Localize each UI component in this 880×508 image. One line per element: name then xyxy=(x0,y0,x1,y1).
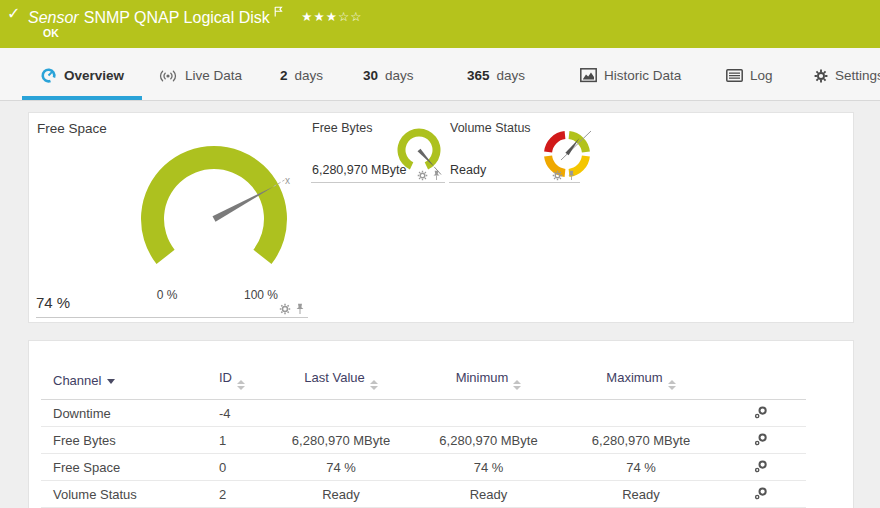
last-value xyxy=(271,400,411,427)
status-badge: OK xyxy=(43,27,59,39)
maximum-value xyxy=(566,400,716,427)
sort-icon xyxy=(513,380,521,390)
gauge-scale-max: 100 % xyxy=(237,288,285,302)
tab-label: days xyxy=(295,68,324,83)
log-icon xyxy=(726,69,743,82)
column-header-minimum[interactable]: Minimum xyxy=(411,365,566,400)
sort-icon xyxy=(237,380,245,390)
channel-id: 2 xyxy=(211,481,271,508)
channel-settings-button[interactable] xyxy=(754,405,768,419)
channel-id: 0 xyxy=(211,454,271,481)
tab-label: Live Data xyxy=(185,68,242,83)
gear-icon xyxy=(814,69,828,83)
channel-settings-button[interactable] xyxy=(754,459,768,473)
maximum-value: 6,280,970 MByte xyxy=(566,427,716,454)
broadcast-icon xyxy=(158,68,178,84)
free-space-title: Free Space xyxy=(37,121,107,136)
last-value: 6,280,970 MByte xyxy=(271,427,411,454)
tab-30-days[interactable]: 30days xyxy=(363,48,414,100)
flag-icon[interactable] xyxy=(274,6,283,17)
free-bytes-tools xyxy=(417,170,441,181)
tab-historic-data[interactable]: Historic Data xyxy=(580,48,681,100)
table-row[interactable]: Free Bytes 1 6,280,970 MByte 6,280,970 M… xyxy=(41,427,806,454)
gauge-settings-icon[interactable] xyxy=(417,170,428,181)
column-header-actions xyxy=(716,365,806,400)
column-header-channel[interactable]: Channel xyxy=(41,365,211,400)
pin-icon[interactable] xyxy=(295,303,305,315)
free-bytes-title: Free Bytes xyxy=(312,121,372,135)
tab-label: days xyxy=(385,68,414,83)
channel-name[interactable]: Free Space xyxy=(41,454,211,481)
tab-365-days[interactable]: 365days xyxy=(467,48,525,100)
minimum-value: 6,280,970 MByte xyxy=(411,427,566,454)
chart-icon xyxy=(580,68,597,83)
tab-overview[interactable]: Overview xyxy=(22,48,142,100)
tab-bar: Overview Live Data 2days 30days 365days … xyxy=(0,48,880,101)
tab-number: 365 xyxy=(467,68,490,83)
volume-status-tools xyxy=(552,170,576,181)
prtg-sensor-page: ✓ SensorSNMP QNAP Logical Disk ★★★☆☆ OK … xyxy=(0,0,880,508)
tab-log[interactable]: Log xyxy=(726,48,773,100)
ok-check-icon: ✓ xyxy=(7,4,20,23)
channel-settings-button[interactable] xyxy=(754,432,768,446)
stars-filled-icon: ★★★ xyxy=(301,10,338,24)
tab-number: 2 xyxy=(280,68,288,83)
tab-number: 30 xyxy=(363,68,378,83)
stars-empty-icon: ☆☆ xyxy=(338,10,362,24)
sort-icon xyxy=(370,380,378,390)
gauge-icon xyxy=(40,67,57,84)
channel-id: 1 xyxy=(211,427,271,454)
minimum-value: Ready xyxy=(411,481,566,508)
channels-table: Channel ID Last Value Minimum Maximum Do… xyxy=(41,365,806,508)
page-title: SNMP QNAP Logical Disk xyxy=(84,9,270,26)
pin-icon[interactable] xyxy=(432,170,441,181)
table-row[interactable]: Volume Status 2 Ready Ready Ready xyxy=(41,481,806,508)
tab-label: Settings xyxy=(835,68,880,83)
tab-label: Historic Data xyxy=(604,68,681,83)
gauge-scale-min: 0 % xyxy=(143,288,191,302)
table-row[interactable]: Free Space 0 74 % 74 % 74 % xyxy=(41,454,806,481)
tab-2-days[interactable]: 2days xyxy=(280,48,323,100)
minimum-value xyxy=(411,400,566,427)
tab-settings[interactable]: Settings xyxy=(814,48,880,100)
tab-label: Overview xyxy=(64,68,124,83)
tab-label: Log xyxy=(750,68,773,83)
channel-name[interactable]: Volume Status xyxy=(41,481,211,508)
free-space-tools xyxy=(279,303,305,315)
gauge-settings-icon[interactable] xyxy=(552,170,563,181)
column-header-maximum[interactable]: Maximum xyxy=(566,365,716,400)
panel-divider xyxy=(311,182,445,183)
free-space-gauge xyxy=(134,141,294,303)
sensor-header: ✓ SensorSNMP QNAP Logical Disk ★★★☆☆ OK xyxy=(0,0,880,48)
volume-status-title: Volume Status xyxy=(450,121,531,135)
channel-name[interactable]: Free Bytes xyxy=(41,427,211,454)
gauge-settings-icon[interactable] xyxy=(279,303,291,315)
column-header-last-value[interactable]: Last Value xyxy=(271,365,411,400)
column-header-id[interactable]: ID xyxy=(211,365,271,400)
tab-live-data[interactable]: Live Data xyxy=(158,48,242,100)
table-row[interactable]: Downtime -4 xyxy=(41,400,806,427)
gauges-card: Free Space x 0 % 100 % 74 % Free Bytes 6… xyxy=(28,112,854,323)
channels-card: Channel ID Last Value Minimum Maximum Do… xyxy=(28,340,854,508)
free-space-value: 74 % xyxy=(36,294,70,311)
free-bytes-value: 6,280,970 MByte xyxy=(312,163,407,177)
sort-desc-icon xyxy=(107,379,115,384)
channel-name[interactable]: Downtime xyxy=(41,400,211,427)
table-header-row: Channel ID Last Value Minimum Maximum xyxy=(41,365,806,400)
pin-icon[interactable] xyxy=(567,170,576,181)
panel-divider xyxy=(36,317,308,318)
minimum-value: 74 % xyxy=(411,454,566,481)
last-value: 74 % xyxy=(271,454,411,481)
maximum-value: 74 % xyxy=(566,454,716,481)
gauge-needle xyxy=(565,138,579,155)
last-value: Ready xyxy=(271,481,411,508)
sort-icon xyxy=(668,380,676,390)
volume-status-value: Ready xyxy=(450,163,486,177)
panel-divider xyxy=(449,182,580,183)
priority-stars[interactable]: ★★★☆☆ xyxy=(301,10,362,24)
tab-label: days xyxy=(497,68,526,83)
needle-marker-label: x xyxy=(285,175,290,186)
maximum-value: Ready xyxy=(566,481,716,508)
sensor-type-label: Sensor xyxy=(28,9,79,26)
channel-settings-button[interactable] xyxy=(754,486,768,500)
